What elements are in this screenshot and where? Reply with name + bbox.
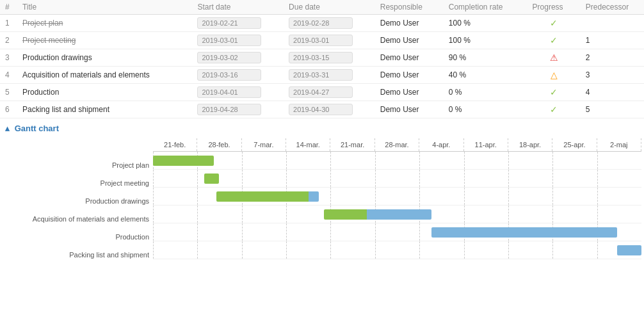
start-date-input[interactable]: 2019-03-02 bbox=[197, 52, 261, 63]
task-start-date[interactable]: 2019-04-01 bbox=[192, 84, 284, 101]
gantt-row bbox=[153, 188, 641, 206]
gantt-header-cell: 11-apr. bbox=[464, 138, 508, 151]
start-date-input[interactable]: 2019-03-16 bbox=[197, 69, 261, 81]
warning-icon: △ bbox=[551, 70, 558, 80]
gantt-bar-green bbox=[216, 191, 309, 202]
task-due-date[interactable]: 2019-03-01 bbox=[284, 32, 375, 49]
due-date-input[interactable]: 2019-03-01 bbox=[289, 35, 353, 46]
task-progress-icon-cell: ✓ bbox=[527, 15, 581, 32]
gantt-vline bbox=[286, 170, 287, 187]
gantt-header-cell: 2-maj bbox=[597, 138, 641, 151]
gantt-vline bbox=[330, 170, 331, 187]
due-date-input[interactable]: 2019-03-15 bbox=[289, 52, 353, 63]
task-completion-rate: 90 % bbox=[444, 49, 527, 67]
gantt-vline bbox=[197, 170, 198, 187]
task-responsible: Demo User bbox=[375, 49, 444, 67]
check-icon: ✓ bbox=[550, 104, 558, 115]
task-start-date[interactable]: 2019-03-16 bbox=[192, 67, 284, 84]
gantt-vline bbox=[242, 152, 243, 169]
gantt-vline bbox=[153, 206, 154, 223]
col-header-due: Due date bbox=[284, 0, 375, 15]
check-icon: ✓ bbox=[550, 35, 558, 45]
gantt-row bbox=[153, 206, 641, 223]
gantt-vline bbox=[552, 241, 553, 259]
gantt-vline bbox=[330, 152, 331, 169]
gantt-header-cell: 4-apr. bbox=[419, 138, 463, 151]
error-icon: ⚠ bbox=[550, 52, 558, 63]
task-start-date[interactable]: 2019-02-21 bbox=[192, 15, 284, 32]
gantt-vline bbox=[508, 206, 509, 223]
gantt-bar-blue bbox=[617, 245, 641, 255]
gantt-header-cell: 25-apr. bbox=[552, 138, 597, 151]
task-completion-rate: 40 % bbox=[444, 67, 527, 84]
task-progress-icon-cell: ✓ bbox=[527, 32, 581, 49]
table-row: 1Project plan2019-02-212019-02-28Demo Us… bbox=[0, 15, 644, 32]
gantt-vline bbox=[197, 241, 198, 259]
due-date-input[interactable]: 2019-03-31 bbox=[289, 69, 353, 81]
due-date-input[interactable]: 2019-02-28 bbox=[289, 17, 353, 29]
due-date-input[interactable]: 2019-04-30 bbox=[289, 104, 353, 115]
start-date-input[interactable]: 2019-04-28 bbox=[197, 104, 261, 115]
task-title: Packing list and shipment bbox=[17, 101, 192, 118]
col-header-start: Start date bbox=[192, 0, 284, 15]
task-responsible: Demo User bbox=[375, 67, 444, 84]
task-due-date[interactable]: 2019-04-30 bbox=[284, 101, 375, 118]
gantt-header-cell: 18-apr. bbox=[508, 138, 552, 151]
gantt-vline bbox=[508, 170, 509, 187]
task-responsible: Demo User bbox=[375, 15, 444, 32]
gantt-vline bbox=[242, 206, 243, 223]
gantt-vline bbox=[597, 206, 598, 223]
start-date-input[interactable]: 2019-03-01 bbox=[197, 35, 261, 46]
task-due-date[interactable]: 2019-02-28 bbox=[284, 15, 375, 32]
gantt-vline bbox=[597, 152, 598, 169]
gantt-vline bbox=[552, 170, 553, 187]
gantt-header-cell: 7-mar. bbox=[242, 138, 286, 151]
task-predecessor: 4 bbox=[581, 84, 644, 101]
due-date-input[interactable]: 2019-04-27 bbox=[289, 86, 353, 98]
start-date-input[interactable]: 2019-04-01 bbox=[197, 86, 261, 98]
task-title: Production bbox=[17, 84, 192, 101]
gantt-row-label: Project meeting bbox=[3, 174, 153, 192]
task-start-date[interactable]: 2019-03-01 bbox=[192, 32, 284, 49]
task-due-date[interactable]: 2019-04-27 bbox=[284, 84, 375, 101]
task-completion-rate: 0 % bbox=[444, 84, 527, 101]
gantt-vline bbox=[197, 223, 198, 241]
col-header-responsible: Responsible bbox=[375, 0, 444, 15]
gantt-vline bbox=[153, 223, 154, 241]
gantt-vline bbox=[597, 170, 598, 187]
task-start-date[interactable]: 2019-04-28 bbox=[192, 101, 284, 118]
gantt-chart-area: 21-feb.28-feb.7-mar.14-mar.21-mar.28-mar… bbox=[153, 138, 641, 264]
gantt-vline bbox=[464, 206, 465, 223]
task-due-date[interactable]: 2019-03-15 bbox=[284, 49, 375, 67]
gantt-vline bbox=[464, 170, 465, 187]
col-header-title: Title bbox=[17, 0, 192, 15]
task-progress-icon-cell: △ bbox=[527, 67, 581, 84]
task-progress-icon-cell: ✓ bbox=[527, 101, 581, 118]
gantt-header-cell: 28-feb. bbox=[197, 138, 241, 151]
gantt-vline bbox=[153, 241, 154, 259]
check-icon: ✓ bbox=[550, 87, 558, 97]
col-header-num: # bbox=[0, 0, 17, 15]
gantt-vline bbox=[153, 188, 154, 205]
gantt-vline bbox=[419, 188, 420, 205]
gantt-vline bbox=[286, 223, 287, 241]
gantt-labels: Project planProject meetingProduction dr… bbox=[3, 138, 153, 264]
gantt-collapse-icon[interactable]: ▴ bbox=[5, 124, 10, 133]
gantt-vline bbox=[419, 223, 420, 241]
gantt-vline bbox=[375, 241, 376, 259]
col-header-predecessor: Predecessor bbox=[581, 0, 644, 15]
task-completion-rate: 100 % bbox=[444, 15, 527, 32]
gantt-header-cell: 14-mar. bbox=[286, 138, 330, 151]
gantt-bar bbox=[216, 191, 319, 202]
task-due-date[interactable]: 2019-03-31 bbox=[284, 67, 375, 84]
gantt-bar-blue bbox=[309, 191, 319, 202]
gantt-row-label: Production bbox=[3, 228, 153, 246]
task-title: Production drawings bbox=[17, 49, 192, 67]
gantt-header: 21-feb.28-feb.7-mar.14-mar.21-mar.28-mar… bbox=[153, 138, 641, 152]
gantt-vline bbox=[197, 188, 198, 205]
start-date-input[interactable]: 2019-02-21 bbox=[197, 17, 261, 29]
gantt-vline bbox=[597, 188, 598, 205]
gantt-vline bbox=[419, 170, 420, 187]
task-start-date[interactable]: 2019-03-02 bbox=[192, 49, 284, 67]
gantt-bar bbox=[204, 174, 219, 184]
